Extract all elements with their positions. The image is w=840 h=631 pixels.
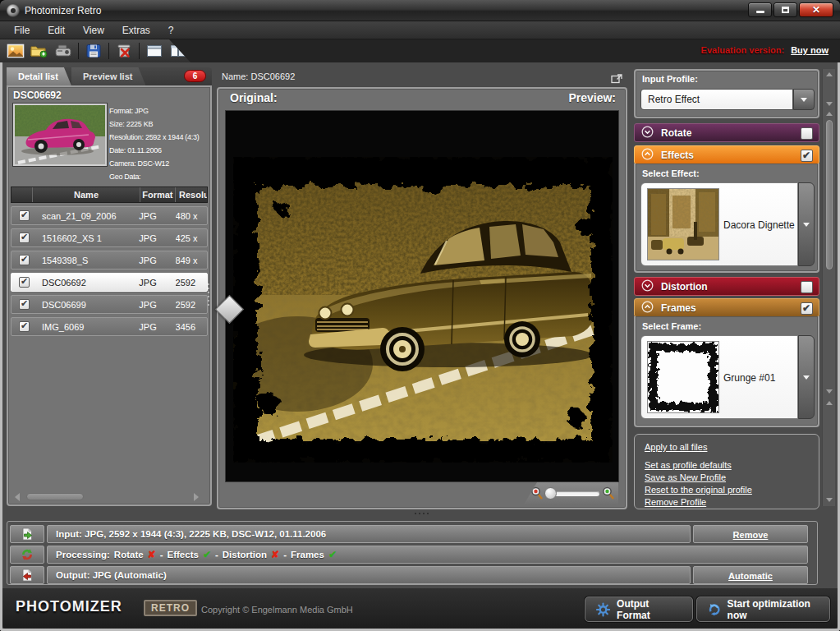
menu-help[interactable]: ? — [159, 21, 183, 39]
table-row-selected[interactable]: DSC06692 JPG 2592 — [11, 273, 208, 292]
single-view-icon[interactable] — [144, 41, 165, 61]
status-row-processing: Processing: Rotate ✘ - Effects ✔ - Disto… — [10, 546, 808, 564]
apply-to-all-files-link[interactable]: Apply to all files — [645, 442, 707, 452]
row-format: JPG — [139, 256, 175, 265]
frame-dropdown-button[interactable] — [798, 335, 815, 419]
scroll-down-icon[interactable] — [826, 389, 833, 394]
menu-extras[interactable]: Extras — [113, 21, 159, 39]
input-profile-value[interactable]: Retro Effect — [640, 89, 793, 110]
window-title: Photomizer Retro — [25, 5, 101, 16]
menu-view[interactable]: View — [74, 21, 113, 39]
select-frame-label: Select Frame: — [642, 321, 701, 331]
chevron-up-icon — [641, 301, 654, 316]
detach-window-icon[interactable] — [611, 72, 622, 87]
table-row[interactable]: IMG_6069 JPG 3456 — [11, 317, 208, 336]
reset-to-original-profile-link[interactable]: Reset to the original profile — [645, 485, 752, 495]
row-name: DSC06692 — [42, 278, 139, 288]
save-icon[interactable] — [83, 41, 104, 61]
start-optimization-button[interactable]: Start optimization now — [696, 596, 830, 622]
remove-profile-link[interactable]: Remove Profile — [645, 497, 706, 507]
save-as-new-profile-link[interactable]: Save as New Profile — [645, 472, 726, 482]
horizontal-scrollbar[interactable] — [15, 491, 199, 502]
chevron-down-icon — [803, 223, 810, 227]
effects-checkbox[interactable] — [801, 150, 813, 162]
file-list-tabs: Detail list Preview list 6 — [7, 67, 212, 85]
row-name: 1516602_XS 1 — [42, 233, 139, 243]
distortion-checkbox[interactable] — [801, 281, 813, 293]
tab-preview-list[interactable]: Preview list — [71, 67, 146, 85]
automatic-action-cell[interactable]: Automatic — [693, 566, 808, 584]
image-icon[interactable] — [5, 41, 26, 61]
effect-select[interactable]: Dacora Dignette — [640, 182, 798, 266]
processing-icon — [10, 546, 44, 564]
cross-icon: ✘ — [271, 549, 279, 560]
scrollbar-thumb[interactable] — [26, 493, 84, 500]
zoom-in-icon[interactable] — [602, 486, 615, 504]
zoom-control — [524, 482, 618, 504]
row-checkbox[interactable] — [19, 277, 30, 288]
row-checkbox[interactable] — [19, 299, 30, 310]
effect-dropdown-button[interactable] — [798, 182, 815, 266]
section-effects[interactable]: Effects — [634, 145, 819, 164]
frame-thumbnail — [647, 341, 719, 413]
remove-link[interactable]: Remove — [733, 530, 769, 540]
close-button[interactable]: ✕ — [799, 2, 833, 17]
rotate-checkbox[interactable] — [801, 127, 813, 140]
buy-now-link[interactable]: Buy now — [791, 45, 829, 55]
panel-splitter-grip[interactable] — [208, 283, 209, 285]
split-view-icon[interactable] — [168, 41, 189, 61]
frame-select[interactable]: Grunge #01 — [640, 335, 798, 419]
table-row[interactable]: 1516602_XS 1 JPG 425 x — [11, 228, 208, 247]
scroll-down-icon[interactable] — [826, 102, 833, 106]
automatic-link[interactable]: Automatic — [728, 571, 773, 581]
maximize-button[interactable] — [773, 2, 797, 17]
gear-icon — [596, 602, 610, 617]
processing-item-label: Effects — [168, 550, 199, 560]
minimize-button[interactable] — [748, 2, 772, 17]
menu-file[interactable]: File — [5, 21, 39, 39]
input-profile-select[interactable]: Retro Effect — [640, 89, 815, 110]
column-resolution[interactable]: Resolution — [176, 187, 207, 202]
delete-icon[interactable] — [113, 41, 135, 61]
table-row[interactable]: 1549398_S JPG 849 x — [11, 251, 208, 269]
scrollbar-thumb[interactable] — [826, 120, 833, 269]
section-label: Frames — [661, 302, 696, 314]
section-distortion[interactable]: Distortion — [634, 277, 819, 296]
scroll-right-icon[interactable] — [194, 493, 199, 501]
column-format[interactable]: Format — [140, 187, 176, 202]
info-resolution: Resolution: 2592 x 1944 (4:3) — [109, 131, 199, 144]
row-checkbox[interactable] — [19, 321, 30, 332]
tab-detail-list[interactable]: Detail list — [7, 67, 71, 85]
row-checkbox[interactable] — [19, 233, 30, 243]
selected-file-thumbnail — [13, 104, 107, 166]
scanner-icon[interactable] — [53, 41, 74, 61]
scroll-up-icon[interactable] — [826, 112, 833, 116]
scroll-down-icon[interactable] — [826, 498, 833, 502]
row-format: JPG — [139, 322, 175, 332]
open-folder-icon[interactable] — [29, 41, 50, 61]
toolbar: Evaluation version: Buy now — [0, 39, 840, 62]
scroll-up-icon[interactable] — [826, 72, 833, 76]
cross-icon: ✘ — [148, 549, 156, 560]
column-name[interactable]: Name — [33, 187, 140, 202]
section-frames[interactable]: Frames — [634, 298, 819, 317]
row-checkbox[interactable] — [19, 210, 30, 221]
effect-thumbnail — [647, 188, 719, 260]
zoom-slider-handle[interactable] — [544, 487, 557, 500]
menu-edit[interactable]: Edit — [39, 21, 74, 39]
row-checkbox[interactable] — [19, 255, 30, 265]
table-row[interactable]: scan_21_09_2006 JPG 480 x — [11, 206, 208, 225]
bottom-splitter-grip[interactable] — [415, 513, 416, 514]
table-row[interactable]: DSC06699 JPG 2592 — [11, 295, 208, 314]
right-panel-scrollbar[interactable] — [822, 69, 835, 506]
input-profile-dropdown-button[interactable] — [793, 89, 815, 110]
remove-action-cell[interactable]: Remove — [693, 525, 808, 543]
set-as-profile-defaults-link[interactable]: Set as profile defaults — [645, 460, 732, 470]
scroll-left-icon[interactable] — [15, 493, 20, 501]
section-label: Rotate — [661, 127, 691, 139]
scroll-up-icon[interactable] — [826, 401, 833, 405]
row-resolution: 849 x — [176, 256, 207, 265]
output-format-button[interactable]: Output Format — [585, 596, 693, 622]
frames-checkbox[interactable] — [801, 302, 813, 315]
section-rotate[interactable]: Rotate — [634, 123, 819, 142]
